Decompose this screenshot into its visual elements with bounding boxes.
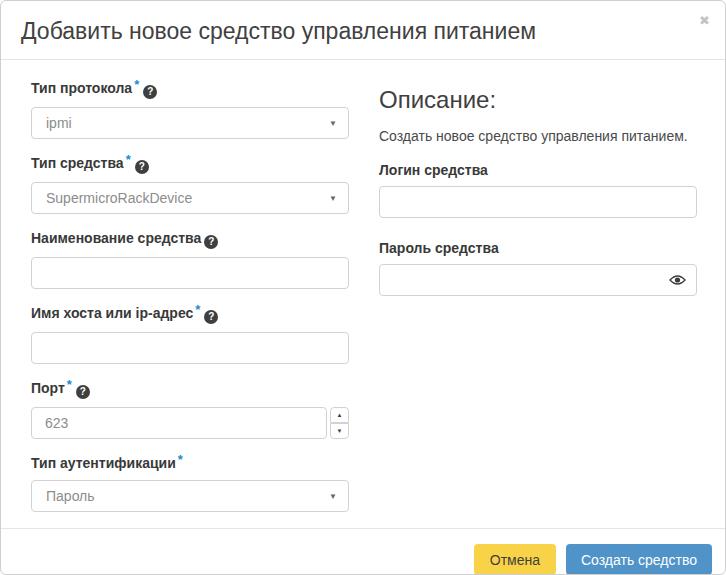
device-type-select[interactable]: SupermicroRackDevice ▼: [31, 182, 349, 214]
spinner-buttons: ▲ ▼: [330, 407, 349, 439]
spinner-up-icon[interactable]: ▲: [330, 407, 349, 423]
label-text: Имя хоста или ip-адрес: [31, 305, 193, 321]
port-stepper: ▲ ▼: [31, 407, 349, 439]
help-icon[interactable]: ?: [143, 85, 157, 99]
description-heading: Описание:: [379, 86, 697, 114]
dialog-footer: Отмена Создать средство: [1, 528, 725, 575]
device-name-label: Наименование средства?: [31, 230, 349, 249]
field-password: Пароль средства: [379, 240, 697, 296]
close-icon[interactable]: ✖: [699, 14, 710, 28]
field-login: Логин средства: [379, 162, 697, 218]
chevron-down-icon: ▼: [329, 481, 337, 512]
chevron-down-icon: ▼: [329, 183, 337, 214]
field-port: Порт*? ▲ ▼: [31, 380, 349, 439]
password-input[interactable]: [379, 264, 697, 296]
label-text: Порт: [31, 380, 65, 396]
host-label: Имя хоста или ip-адрес*?: [31, 305, 349, 324]
field-host: Имя хоста или ip-адрес*?: [31, 305, 349, 364]
protocol-type-label: Тип протокола*?: [31, 80, 349, 99]
dialog-title: Добавить новое средство управления питан…: [21, 16, 705, 46]
auth-type-select[interactable]: Пароль ▼: [31, 480, 349, 512]
field-protocol-type: Тип протокола*? ipmi ▼: [31, 80, 349, 139]
eye-icon[interactable]: [669, 275, 686, 286]
label-text: Наименование средства: [31, 230, 201, 246]
label-text: Тип средства: [31, 155, 124, 171]
spinner-down-icon[interactable]: ▼: [330, 423, 349, 439]
port-input[interactable]: [31, 407, 327, 439]
description-column: Описание: Создать новое средство управле…: [379, 80, 697, 528]
help-icon[interactable]: ?: [204, 310, 218, 324]
device-name-input[interactable]: [31, 257, 349, 289]
required-asterisk: *: [178, 452, 183, 467]
description-text: Создать новое средство управления питани…: [379, 127, 697, 145]
label-text: Тип аутентификации: [31, 455, 176, 471]
select-value: SupermicroRackDevice: [46, 190, 192, 206]
help-icon[interactable]: ?: [76, 385, 90, 399]
create-button[interactable]: Создать средство: [566, 544, 712, 575]
port-label: Порт*?: [31, 380, 349, 399]
select-value: Пароль: [46, 488, 95, 504]
label-text: Тип протокола: [31, 80, 132, 96]
required-asterisk: *: [195, 302, 200, 317]
login-input[interactable]: [379, 186, 697, 218]
required-asterisk: *: [134, 77, 139, 92]
dialog-body: Тип протокола*? ipmi ▼ Тип средства*? Su…: [1, 60, 725, 528]
help-icon[interactable]: ?: [135, 160, 149, 174]
field-device-name: Наименование средства?: [31, 230, 349, 289]
device-type-label: Тип средства*?: [31, 155, 349, 174]
required-asterisk: *: [67, 377, 72, 392]
auth-type-label: Тип аутентификации*: [31, 455, 349, 472]
login-label: Логин средства: [379, 162, 697, 178]
password-label: Пароль средства: [379, 240, 697, 256]
protocol-type-select[interactable]: ipmi ▼: [31, 107, 349, 139]
required-asterisk: *: [126, 152, 131, 167]
field-auth-type: Тип аутентификации* Пароль ▼: [31, 455, 349, 512]
dialog-header: Добавить новое средство управления питан…: [1, 1, 725, 60]
host-input[interactable]: [31, 332, 349, 364]
help-icon[interactable]: ?: [204, 235, 218, 249]
add-power-tool-dialog: Добавить новое средство управления питан…: [0, 0, 726, 575]
chevron-down-icon: ▼: [329, 108, 337, 139]
cancel-button[interactable]: Отмена: [474, 544, 556, 575]
form-column: Тип протокола*? ipmi ▼ Тип средства*? Su…: [31, 80, 349, 528]
password-wrapper: [379, 264, 697, 296]
field-device-type: Тип средства*? SupermicroRackDevice ▼: [31, 155, 349, 214]
select-value: ipmi: [46, 115, 72, 131]
